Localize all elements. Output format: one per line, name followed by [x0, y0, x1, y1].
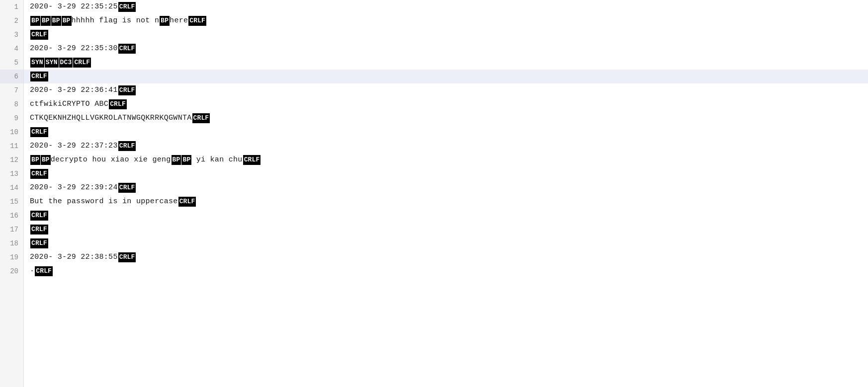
line-number-12: 12 — [0, 153, 23, 167]
badge-crlf: CRLF — [118, 85, 136, 96]
badge-dc3: DC3 — [59, 58, 73, 68]
code-line-17: CRLF — [24, 223, 868, 236]
text-segment: yi kan chu — [191, 154, 242, 166]
badge-crlf: CRLF — [109, 99, 127, 110]
code-line-19: 2020- 3-29 22:38:55CRLF — [24, 250, 868, 264]
badge-crlf: CRLF — [30, 169, 48, 179]
code-line-4: 2020- 3-29 22:35:30CRLF — [24, 42, 868, 56]
badge-crlf: CRLF — [30, 30, 48, 40]
badge-crlf: CRLF — [30, 238, 48, 249]
text-segment: here — [170, 15, 188, 27]
line-number-8: 8 — [0, 97, 23, 111]
code-line-14: 2020- 3-29 22:39:24CRLF — [24, 181, 868, 195]
badge-bp: BP — [160, 16, 170, 26]
code-line-12: BPBPdecrypto hou xiao xie gengBPBP yi ka… — [24, 153, 868, 167]
text-segment: 2020- 3-29 22:38:55 — [30, 251, 118, 263]
text-segment: 2020- 3-29 22:37:23 — [30, 140, 118, 152]
badge-crlf: CRLF — [30, 127, 48, 138]
badge-crlf: CRLF — [118, 44, 136, 54]
badge-syn: SYN — [30, 58, 44, 68]
badge-crlf: CRLF — [30, 225, 48, 235]
line-number-13: 13 — [0, 167, 23, 181]
content-area: 2020- 3-29 22:35:25CRLFBPBPBPBPhhhhh fla… — [24, 0, 868, 387]
badge-crlf: CRLF — [178, 197, 196, 207]
line-number-16: 16 — [0, 209, 23, 223]
code-line-13: CRLF — [24, 167, 868, 181]
text-segment: CTKQEKNHZHQLLVGKROLATNWGQKRRKQGWNTA — [30, 112, 192, 124]
line-numbers: 1234567891011121314151617181920 — [0, 0, 24, 387]
badge-crlf: CRLF — [118, 252, 136, 263]
badge-bp: BP — [181, 155, 191, 165]
badge-crlf: CRLF — [243, 155, 261, 165]
badge-bp: BP — [51, 16, 61, 26]
line-number-4: 4 — [0, 42, 23, 56]
badge-bp: BP — [172, 155, 181, 165]
text-segment: hhhhh flag is not n — [72, 15, 160, 27]
badge-bp: BP — [41, 155, 51, 165]
line-number-20: 20 — [0, 264, 23, 278]
code-line-10: CRLF — [24, 125, 868, 139]
text-segment: · — [30, 265, 34, 277]
line-number-5: 5 — [0, 56, 23, 70]
code-line-8: ctfwikiCRYPTO ABCCRLF — [24, 97, 868, 111]
badge-crlf: CRLF — [118, 2, 136, 12]
text-segment: 2020- 3-29 22:35:25 — [30, 1, 118, 13]
badge-crlf: CRLF — [192, 113, 210, 124]
badge-crlf: CRLF — [35, 266, 53, 277]
badge-crlf: CRLF — [118, 141, 136, 152]
badge-bp: BP — [41, 16, 51, 26]
line-number-7: 7 — [0, 83, 23, 97]
badge-bp: BP — [30, 155, 40, 165]
line-number-9: 9 — [0, 111, 23, 125]
badge-syn: SYN — [45, 58, 59, 68]
line-number-19: 19 — [0, 250, 23, 264]
line-number-2: 2 — [0, 14, 23, 28]
text-segment: decrypto hou xiao xie geng — [51, 154, 171, 166]
code-line-3: CRLF — [24, 28, 868, 42]
code-line-16: CRLF — [24, 209, 868, 223]
line-number-10: 10 — [0, 125, 23, 139]
badge-crlf: CRLF — [73, 58, 91, 68]
code-line-2: BPBPBPBPhhhhh flag is not nBPhereCRLF — [24, 14, 868, 28]
line-number-14: 14 — [0, 181, 23, 195]
line-number-18: 18 — [0, 236, 23, 250]
code-line-20: ·CRLF — [24, 264, 868, 278]
code-line-15: But the password is in uppercaseCRLF — [24, 195, 868, 209]
text-segment: 2020- 3-29 22:35:30 — [30, 43, 118, 55]
editor-container: 1234567891011121314151617181920 2020- 3-… — [0, 0, 868, 387]
line-number-17: 17 — [0, 223, 23, 236]
text-segment: But the password is in uppercase — [30, 196, 178, 208]
badge-bp: BP — [62, 16, 72, 26]
code-line-6: CRLF — [24, 70, 868, 83]
code-line-9: CTKQEKNHZHQLLVGKROLATNWGQKRRKQGWNTACRLF — [24, 111, 868, 125]
badge-bp: BP — [30, 16, 40, 26]
code-line-11: 2020- 3-29 22:37:23CRLF — [24, 139, 868, 153]
code-line-5: SYNSYNDC3CRLF — [24, 56, 868, 70]
badge-crlf: CRLF — [188, 16, 206, 26]
badge-crlf: CRLF — [30, 72, 48, 82]
badge-crlf: CRLF — [118, 183, 136, 193]
code-line-1: 2020- 3-29 22:35:25CRLF — [24, 0, 868, 14]
text-segment: 2020- 3-29 22:39:24 — [30, 182, 118, 194]
line-number-6: 6 — [0, 70, 23, 83]
line-number-1: 1 — [0, 0, 23, 14]
text-segment: 2020- 3-29 22:36:41 — [30, 84, 118, 96]
text-segment: ctfwikiCRYPTO ABC — [30, 98, 108, 110]
line-number-15: 15 — [0, 195, 23, 209]
code-line-18: CRLF — [24, 236, 868, 250]
line-number-11: 11 — [0, 139, 23, 153]
line-number-3: 3 — [0, 28, 23, 42]
badge-crlf: CRLF — [30, 211, 48, 221]
code-line-7: 2020- 3-29 22:36:41CRLF — [24, 83, 868, 97]
